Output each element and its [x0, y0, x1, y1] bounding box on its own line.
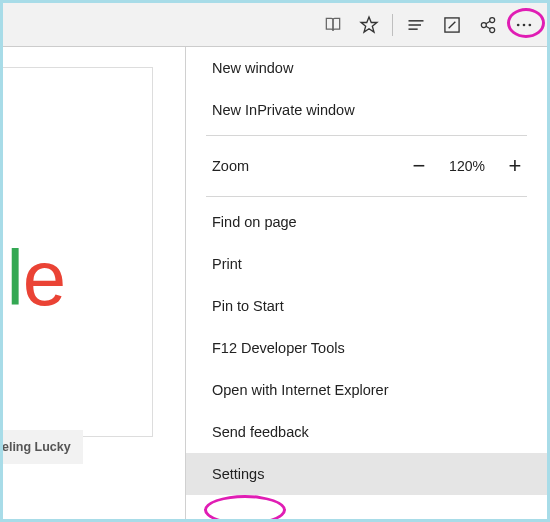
svg-point-6 [490, 17, 495, 22]
svg-point-10 [517, 23, 520, 26]
web-note-icon[interactable] [435, 8, 469, 42]
svg-line-9 [486, 26, 490, 29]
menu-pin-to-start[interactable]: Pin to Start [186, 285, 547, 327]
page-content: g l e eeling Lucky [3, 47, 188, 519]
hub-lines-icon[interactable] [399, 8, 433, 42]
toolbar [3, 3, 547, 47]
menu-separator [206, 196, 527, 197]
svg-marker-0 [361, 17, 377, 32]
favorite-star-icon[interactable] [352, 8, 386, 42]
svg-point-7 [490, 27, 495, 32]
menu-zoom-row: Zoom − 120% + [186, 140, 547, 192]
more-actions-icon[interactable] [507, 8, 541, 42]
zoom-in-button[interactable]: + [503, 153, 527, 179]
menu-print[interactable]: Print [186, 243, 547, 285]
svg-line-8 [486, 21, 490, 24]
svg-point-11 [523, 23, 526, 26]
share-icon[interactable] [471, 8, 505, 42]
reading-list-icon[interactable] [316, 8, 350, 42]
google-logo-fragment: g l e [0, 233, 162, 324]
menu-separator [206, 135, 527, 136]
menu-new-window[interactable]: New window [186, 47, 547, 89]
zoom-label: Zoom [212, 158, 407, 174]
zoom-value: 120% [447, 158, 487, 174]
zoom-controls: − 120% + [407, 153, 527, 179]
toolbar-separator [392, 14, 393, 36]
zoom-out-button[interactable]: − [407, 153, 431, 179]
more-menu: New window New InPrivate window Zoom − 1… [185, 47, 547, 519]
browser-window: g l e eeling Lucky New window New InPriv… [0, 0, 550, 522]
menu-dev-tools[interactable]: F12 Developer Tools [186, 327, 547, 369]
page-card: g l e [0, 67, 153, 437]
menu-new-inprivate[interactable]: New InPrivate window [186, 89, 547, 131]
feeling-lucky-button[interactable]: eeling Lucky [0, 430, 83, 464]
menu-find-on-page[interactable]: Find on page [186, 201, 547, 243]
logo-letter-l: l [6, 233, 22, 324]
menu-send-feedback[interactable]: Send feedback [186, 411, 547, 453]
menu-settings[interactable]: Settings [186, 453, 547, 495]
svg-point-12 [529, 23, 532, 26]
menu-open-ie[interactable]: Open with Internet Explorer [186, 369, 547, 411]
logo-letter-e: e [23, 233, 65, 324]
svg-point-5 [481, 22, 486, 27]
